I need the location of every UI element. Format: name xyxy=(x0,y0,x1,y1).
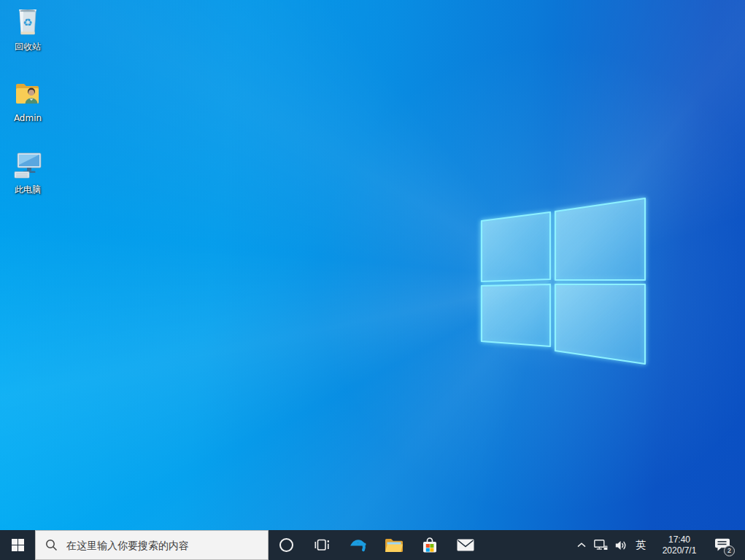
search-icon xyxy=(45,539,58,551)
mail-icon xyxy=(457,539,474,551)
search-input[interactable] xyxy=(65,539,268,552)
taskbar-search[interactable] xyxy=(35,530,269,560)
volume-icon xyxy=(615,540,628,551)
wallpaper xyxy=(0,0,745,560)
action-center-button[interactable]: 2 xyxy=(709,530,736,560)
file-explorer-icon xyxy=(385,537,404,553)
microsoft-store-icon xyxy=(422,536,438,554)
start-button[interactable] xyxy=(0,530,35,560)
edge-button[interactable] xyxy=(340,530,376,560)
notification-badge: 2 xyxy=(724,545,735,556)
computer-icon xyxy=(11,147,45,182)
desktop-icon-label: Admin xyxy=(14,113,42,123)
taskbar-empty-area xyxy=(483,530,573,560)
desktop-icon-label: 回收站 xyxy=(15,42,41,52)
chevron-up-icon xyxy=(577,542,586,548)
windows-logo-icon xyxy=(12,539,24,551)
task-view-button[interactable] xyxy=(304,530,340,560)
task-view-icon xyxy=(314,539,330,551)
svg-text:♻: ♻ xyxy=(23,16,32,29)
windows-desktop: ♻ 回收站 Admin 此电脑 xyxy=(0,0,745,560)
volume-button[interactable] xyxy=(611,530,631,560)
file-explorer-button[interactable] xyxy=(376,530,412,560)
time-text: 17:40 xyxy=(668,534,690,545)
desktop-icon-label: 此电脑 xyxy=(15,184,41,195)
desktop-icon-this-pc[interactable]: 此电脑 xyxy=(1,147,54,195)
date-text: 2020/7/1 xyxy=(663,545,697,556)
edge-icon xyxy=(348,535,368,556)
network-button[interactable] xyxy=(590,530,611,560)
recycle-bin-icon: ♻ xyxy=(11,4,45,39)
desktop-icon-recycle-bin[interactable]: ♻ 回收站 xyxy=(1,4,54,52)
cortana-icon xyxy=(279,538,293,552)
cortana-button[interactable] xyxy=(269,530,304,560)
store-button[interactable] xyxy=(412,530,447,560)
windows-logo-wallpaper xyxy=(0,0,745,560)
network-icon xyxy=(594,540,608,551)
desktop-icon-admin-folder[interactable]: Admin xyxy=(1,76,54,123)
mail-button[interactable] xyxy=(447,530,483,560)
taskbar: 英 17:40 2020/7/1 2 xyxy=(0,530,745,560)
ime-indicator[interactable]: 英 xyxy=(631,530,650,560)
clock[interactable]: 17:40 2020/7/1 xyxy=(650,530,709,560)
user-folder-icon xyxy=(11,76,45,111)
hidden-icons-button[interactable] xyxy=(573,530,590,560)
